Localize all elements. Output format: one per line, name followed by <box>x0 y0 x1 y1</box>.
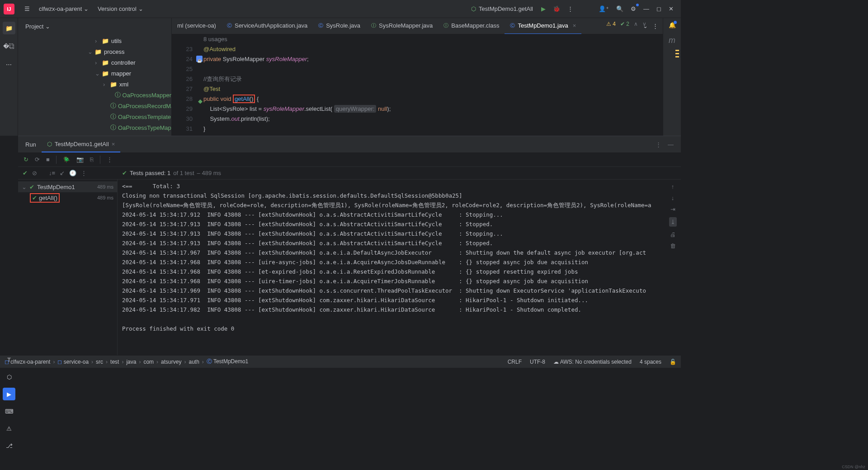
main-menu-icon[interactable]: ☰ <box>20 4 34 14</box>
more-run-icon[interactable]: ⋮ <box>564 3 577 15</box>
tree-row[interactable]: ›📁controller <box>18 57 171 68</box>
tree-row[interactable]: ⒾOaProcessTypeMapper <box>18 122 171 133</box>
sort-icon[interactable]: ↓≡ <box>49 170 55 176</box>
editor-tab[interactable]: ⒾSysRoleMapper.java <box>366 18 438 34</box>
print-icon[interactable]: 🖨 <box>670 231 676 238</box>
run-button[interactable]: ▶ <box>538 3 549 15</box>
prev-highlight-icon[interactable]: ∧ <box>634 21 638 27</box>
scroll-down-icon[interactable]: ↓ <box>671 195 675 201</box>
camera-icon[interactable]: 📷 <box>76 156 84 163</box>
stop-icon[interactable]: ■ <box>46 156 50 163</box>
indent-status[interactable]: 4 spaces <box>640 359 661 365</box>
run-tool-label: Run <box>20 141 42 148</box>
vcs-selector[interactable]: Version control ⌄ <box>93 4 148 14</box>
show-passed-icon[interactable]: ✔ <box>23 170 28 176</box>
weak-warning-icon: ✔ 2 <box>620 21 629 27</box>
run-panel-options-icon[interactable]: ⋮ <box>656 141 661 148</box>
expand-icon[interactable]: ↙ <box>60 170 65 176</box>
close-tab-icon[interactable]: × <box>112 141 115 147</box>
breadcrumb-item[interactable]: Ⓒ TestMpDemo1 <box>207 358 248 366</box>
run-panel-hide-icon[interactable]: — <box>668 141 674 148</box>
tree-row[interactable]: ›📁xml <box>18 79 171 90</box>
show-ignored-icon[interactable]: ⊘ <box>32 170 37 176</box>
notifications-icon[interactable]: 🔔 <box>669 22 676 28</box>
rerun-icon[interactable]: ↻ <box>24 156 28 163</box>
run-config-selector[interactable]: ⬡ TestMpDemo1.getAll <box>467 4 538 14</box>
code-with-me-icon[interactable]: 👤⁺ <box>595 3 613 15</box>
editor-tab[interactable]: ⒸSysRole.java <box>313 18 366 34</box>
breadcrumb-item[interactable]: com <box>143 359 154 365</box>
close-icon[interactable]: ✕ <box>665 3 677 15</box>
clear-icon[interactable]: 🗑 <box>670 242 676 249</box>
project-selector[interactable]: clfwzx-oa-parent ⌄ <box>34 4 93 14</box>
editor-tab[interactable]: ⒸTestMpDemo1.java× <box>505 18 581 34</box>
encoding[interactable]: UTF-8 <box>530 359 545 365</box>
tree-row[interactable]: ⒾOaProcessMapper <box>18 90 171 100</box>
debug-button[interactable]: 🐞 <box>549 3 564 15</box>
readonly-icon[interactable]: 🔓 <box>670 359 676 365</box>
project-panel: Project ⌄ ›📁utils⌄📁process›📁controller⌄📁… <box>18 18 172 136</box>
breadcrumb-item[interactable]: atsurvey <box>161 359 181 365</box>
dump-threads-icon[interactable]: 🪲 <box>63 156 70 163</box>
scroll-up-icon[interactable]: ↑ <box>671 183 675 190</box>
structure-tool-icon[interactable]: �⿻ <box>3 40 15 52</box>
run-tab[interactable]: ⬡ TestMpDemo1.getAll × <box>42 136 121 152</box>
rerun-failed-icon[interactable]: ⟳ <box>35 156 40 163</box>
gutter[interactable]: 23 24☕ 25 26 27 28◆ 29 30 31 <box>172 34 199 136</box>
breadcrumb-item[interactable]: test <box>110 359 119 365</box>
search-icon[interactable]: 🔍 <box>613 3 627 15</box>
code-editor[interactable]: 23 24☕ 25 26 27 28◆ 29 30 31 8 usages @A… <box>172 34 663 136</box>
line-separator[interactable]: CRLF <box>508 359 522 365</box>
statusbar: ◻ clfwzx-oa-parent›◻ service-oa›src›test… <box>0 355 681 368</box>
more-toolbar-icon[interactable]: ⋮ <box>107 156 113 163</box>
exit-icon[interactable]: ⎘ <box>90 156 94 163</box>
app-logo-icon: IJ <box>4 4 14 14</box>
titlebar: IJ ☰ clfwzx-oa-parent ⌄ Version control … <box>0 0 681 18</box>
project-tool-icon[interactable]: 📁 <box>3 22 15 34</box>
tree-row[interactable]: ›📁utils <box>18 35 171 46</box>
breadcrumb-item[interactable]: src <box>96 359 103 365</box>
console-output[interactable]: <== Total: 3 Closing non transactional S… <box>118 180 665 355</box>
java-gutter-icon[interactable]: ☕ <box>196 56 203 62</box>
more-tool-icon[interactable]: ⋯ <box>3 58 15 71</box>
inspection-widget[interactable]: ⚠ 4 ✔ 2 ∧ ∨ <box>606 21 646 27</box>
breadcrumb-item[interactable]: auth <box>189 359 199 365</box>
minimize-icon[interactable]: — <box>640 3 653 15</box>
tree-row[interactable]: ⌄📁process <box>18 46 171 57</box>
breadcrumb[interactable]: ◻ clfwzx-oa-parent›◻ service-oa›src›test… <box>5 358 248 366</box>
tree-row[interactable]: ⒾOaProcessTemplateMap <box>18 111 171 122</box>
maven-tool-icon[interactable]: m <box>669 36 675 45</box>
run-panel: Run ⬡ TestMpDemo1.getAll × ⋮ — ↻ ⟳ ■ 🪲 📷… <box>18 136 681 355</box>
project-tree[interactable]: ›📁utils⌄📁process›📁controller⌄📁mapper›📁xm… <box>18 34 171 136</box>
test-tree[interactable]: ⌄✔TestMpDemo1489 ms✔getAll()489 ms <box>18 180 118 355</box>
breadcrumb-item[interactable]: java <box>126 359 136 365</box>
editor-tab[interactable]: ⒸServiceAuthApplication.java <box>222 18 313 34</box>
next-highlight-icon[interactable]: ∨ <box>642 21 646 27</box>
code-content[interactable]: 8 usages @Autowired private SysRoleMappe… <box>199 34 663 136</box>
editor-area: ml (service-oa)ⒸServiceAuthApplication.j… <box>172 18 663 136</box>
close-tab-icon[interactable]: × <box>573 22 576 29</box>
clock-icon[interactable]: 🕘 <box>69 170 76 176</box>
breadcrumb-item[interactable]: ◻ service-oa <box>57 359 89 365</box>
build-tool-icon[interactable]: T <box>3 353 15 366</box>
aws-status[interactable]: ☁ AWS: No credentials selected <box>553 359 632 365</box>
test-options-icon[interactable]: ⋮ <box>81 170 87 176</box>
error-stripe[interactable] <box>675 50 679 59</box>
project-panel-header[interactable]: Project ⌄ <box>18 18 171 34</box>
test-tree-row[interactable]: ✔getAll()489 ms <box>18 192 117 203</box>
editor-tab[interactable]: ⒾBaseMapper.class <box>438 18 505 34</box>
tree-row[interactable]: ⌄📁mapper <box>18 68 171 79</box>
tree-row[interactable]: ⒾOaProcessRecordMappe <box>18 100 171 111</box>
editor-tabs: ml (service-oa)ⒸServiceAuthApplication.j… <box>172 18 663 34</box>
warning-icon: ⚠ 4 <box>606 21 616 27</box>
tab-more-icon[interactable]: ⋮ <box>652 23 658 29</box>
test-tree-row[interactable]: ⌄✔TestMpDemo1489 ms <box>18 181 117 192</box>
editor-tab[interactable]: ml (service-oa) <box>172 18 222 34</box>
run-gutter-icon[interactable]: ◆ <box>198 96 203 106</box>
settings-icon[interactable]: ⚙ <box>627 3 640 15</box>
left-toolbar: 📁 �⿻ ⋯ <box>0 18 18 136</box>
scroll-to-end-icon[interactable]: ⤓ <box>669 217 677 227</box>
soft-wrap-icon[interactable]: ⇥ <box>670 206 675 213</box>
test-filter-controls: ✔ ⊘ ↓≡ ↙ 🕘 ⋮ <box>18 167 118 179</box>
maximize-icon[interactable]: ◻ <box>653 3 665 15</box>
